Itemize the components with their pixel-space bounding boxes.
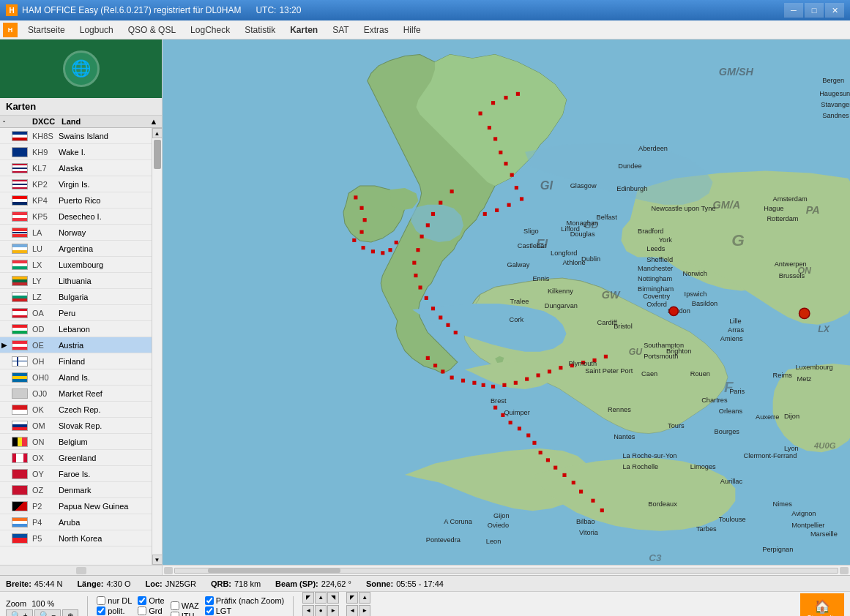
svg-text:Tours: Tours (668, 422, 685, 429)
svg-rect-56 (388, 248, 392, 252)
country-row[interactable]: ▶OEAustria (0, 337, 152, 353)
country-row[interactable]: P2Papua New Guinea (0, 498, 152, 514)
title-text: HAM OFFICE Easy (Rel.6.0.217) registrier… (22, 5, 241, 15)
menu-statistik[interactable]: Statistik (237, 22, 283, 38)
menu-startseite[interactable]: Startseite (20, 22, 72, 38)
sidebar: 🌐 Karten · DXCC Land ▲ KH8SSwains Island… (0, 40, 163, 565)
close-button[interactable]: ✕ (825, 3, 844, 18)
svg-text:A Coruna: A Coruna (444, 518, 472, 525)
maximize-button[interactable]: □ (805, 3, 824, 18)
svg-rect-69 (579, 489, 583, 493)
nav-up-right[interactable]: ◥ (327, 592, 339, 604)
cb-lgt[interactable] (205, 606, 214, 615)
svg-text:Sandnes: Sandnes (822, 112, 849, 119)
startseite-button[interactable]: 🏠 Startseite (800, 593, 844, 617)
cb-prafix[interactable] (205, 596, 214, 605)
svg-rect-25 (425, 296, 428, 300)
scroll-arrow-down[interactable]: ▼ (152, 555, 163, 565)
country-row[interactable]: P4Aruba (0, 514, 152, 530)
country-row[interactable]: P5North Korea (0, 530, 152, 546)
country-name: Greenland (59, 454, 152, 462)
country-row[interactable]: KP5Desecheo I. (0, 209, 152, 225)
svg-rect-62 (526, 434, 530, 437)
country-row[interactable]: KH9Wake I. (0, 144, 152, 160)
nav2-up-left[interactable]: ◤ (346, 592, 358, 604)
svg-rect-13 (507, 203, 511, 207)
svg-text:Haugesund: Haugesund (819, 90, 850, 97)
svg-text:Saint Peter Port: Saint Peter Port (585, 367, 633, 375)
country-row[interactable]: OHFinland (0, 353, 152, 369)
menu-logbuch[interactable]: Logbuch (72, 22, 121, 38)
scroll-thumb[interactable] (154, 140, 161, 169)
menu-qso-qsl[interactable]: QSO & QSL (121, 22, 183, 38)
svg-text:Nantes: Nantes (614, 433, 635, 440)
country-row[interactable]: LANorway (0, 225, 152, 241)
svg-text:Tarbes: Tarbes (696, 525, 717, 533)
svg-text:Arras: Arras (728, 326, 744, 334)
svg-rect-38 (502, 383, 506, 387)
menu-sat[interactable]: SAT (325, 22, 356, 38)
nav-right[interactable]: ► (327, 605, 339, 617)
nav-up-left[interactable]: ◤ (302, 592, 314, 604)
nav-center[interactable]: ● (315, 605, 327, 617)
svg-text:Bordeaux: Bordeaux (648, 500, 677, 508)
menu-extras[interactable]: Extras (357, 22, 396, 38)
country-row[interactable]: OH0Aland Is. (0, 369, 152, 386)
nav2-left[interactable]: ◄ (346, 605, 358, 617)
zoom-reset-btn[interactable]: ⊕ (62, 609, 78, 617)
country-row[interactable]: KP4Puerto Rico (0, 192, 152, 209)
country-name: Lebanon (59, 325, 152, 334)
cb-orte[interactable] (138, 596, 146, 605)
country-row[interactable]: KP2Virgin Is. (0, 176, 152, 192)
nav2-right[interactable]: ► (359, 605, 370, 617)
svg-rect-12 (520, 197, 523, 200)
country-row[interactable]: OYFaroe Is. (0, 466, 152, 482)
svg-text:Caen: Caen (641, 370, 657, 378)
nav-left[interactable]: ◄ (302, 605, 314, 617)
globe-icon: 🌐 (63, 50, 100, 87)
country-row[interactable]: OJ0Market Reef (0, 386, 152, 402)
country-row[interactable]: ONBelgium (0, 434, 152, 450)
country-name: Argentina (59, 244, 152, 253)
nav2-up[interactable]: ▲ (359, 592, 370, 604)
country-row[interactable]: OKCzech Rep. (0, 402, 152, 418)
country-row[interactable]: LXLuxembourg (0, 257, 152, 273)
country-flag (12, 388, 28, 399)
scroll-up-btn[interactable]: ▲ (149, 117, 159, 126)
zoom-label: Zoom 100 % (6, 599, 78, 608)
zoom-reset-icon: ⊕ (67, 612, 73, 616)
country-row[interactable]: OZDenmark (0, 482, 152, 498)
country-row[interactable]: OAPeru (0, 305, 152, 321)
map-h-scrollbar[interactable] (163, 566, 850, 575)
country-row[interactable]: LZBulgaria (0, 289, 152, 305)
cb-grd[interactable] (138, 606, 146, 615)
country-row[interactable]: LUArgentina (0, 241, 152, 257)
app-icon: H (6, 4, 18, 16)
menu-hilfe[interactable]: Hilfe (396, 22, 428, 38)
country-row[interactable]: ODLebanon (0, 321, 152, 337)
menu-karten[interactable]: Karten (283, 22, 325, 38)
zoom-in-btn[interactable]: 🔍 + (6, 609, 33, 617)
cb-waz[interactable] (171, 601, 179, 610)
cb-nur-dl[interactable] (97, 596, 105, 605)
cb-itu[interactable] (171, 612, 179, 617)
minimize-button[interactable]: ─ (784, 3, 803, 18)
cb-polit[interactable] (97, 606, 105, 615)
country-row[interactable]: KL7Alaska (0, 160, 152, 176)
scroll-arrow-up[interactable]: ▲ (152, 128, 163, 138)
sidebar-scrollbar[interactable]: ▲ ▼ (152, 128, 162, 565)
country-row[interactable]: LYLithuania (0, 273, 152, 289)
country-row[interactable]: OMSlovak Rep. (0, 418, 152, 434)
nav-up[interactable]: ▲ (315, 592, 327, 604)
zoom-group: Zoom 100 % 🔍 + 🔍 − ⊕ (6, 599, 78, 617)
country-dxcc: OM (32, 421, 59, 430)
svg-text:Sligo: Sligo (523, 228, 539, 235)
map-container[interactable]: GM/SH GI GD EI G GW GU GM/A PA ON LX F C… (163, 40, 850, 565)
country-dxcc: P4 (32, 518, 59, 527)
sidebar-h-scroll[interactable] (0, 566, 163, 575)
separator-1 (87, 596, 88, 617)
menu-logcheck[interactable]: LogCheck (183, 22, 237, 38)
country-row[interactable]: KH8SSwains Island (0, 128, 152, 144)
zoom-out-btn[interactable]: 🔍 − (34, 609, 61, 617)
country-row[interactable]: OXGreenland (0, 450, 152, 466)
